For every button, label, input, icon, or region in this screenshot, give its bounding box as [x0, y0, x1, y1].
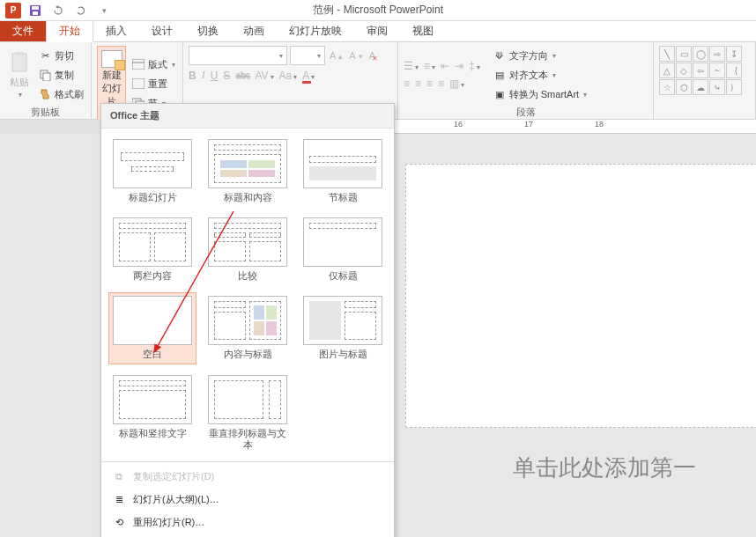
- numbering-button[interactable]: ≡▾: [424, 60, 435, 72]
- cut-button[interactable]: ✂剪切: [36, 46, 85, 65]
- align-text-label: 对齐文本: [509, 69, 548, 82]
- reuse-label: 重用幻灯片(R)…: [133, 516, 204, 529]
- layout-option-2[interactable]: 节标题: [299, 136, 387, 207]
- font-size-combo[interactable]: ▾: [290, 46, 325, 65]
- strike-button[interactable]: S: [223, 70, 230, 82]
- shape-curve-icon[interactable]: ～: [709, 63, 725, 78]
- columns-button[interactable]: ▥▾: [449, 77, 464, 90]
- svg-rect-9: [132, 78, 145, 89]
- save-icon[interactable]: [26, 2, 44, 19]
- shape-rect-icon[interactable]: ▭: [676, 46, 692, 62]
- layout-label: 标题和内容: [224, 192, 272, 203]
- layout-label: 标题和竖排文字: [119, 428, 187, 439]
- layout-option-0[interactable]: 标题幻灯片: [108, 136, 196, 207]
- layout-label: 仅标题: [329, 270, 358, 282]
- shape-line-icon[interactable]: ╲: [659, 46, 675, 62]
- cut-label: 剪切: [55, 49, 74, 63]
- shape-tri-icon[interactable]: △: [659, 63, 675, 78]
- ruler-mark: [546, 120, 582, 133]
- shape-arrow2-icon[interactable]: ⇦: [693, 63, 708, 78]
- duplicate-icon: ⧉: [112, 470, 126, 484]
- convert-smartart-button[interactable]: ▣转换为 SmartArt▾: [491, 85, 589, 104]
- shape-more-icon[interactable]: ↧: [726, 46, 742, 62]
- layout-option-8[interactable]: 图片与标题: [299, 292, 387, 364]
- grow-font-button[interactable]: A▴: [328, 46, 345, 65]
- layout-option-10[interactable]: 垂直排列标题与文本: [204, 371, 292, 454]
- shape-cloud-icon[interactable]: ☁: [693, 79, 708, 95]
- bold-button[interactable]: B: [189, 70, 196, 82]
- tab-home[interactable]: 开始: [46, 20, 93, 42]
- layout-button[interactable]: 版式▾: [130, 55, 177, 74]
- shape-star-icon[interactable]: ☆: [659, 79, 675, 95]
- brush-icon: [38, 87, 52, 101]
- qat-customize-icon[interactable]: ▾: [95, 2, 113, 19]
- shrink-font-button[interactable]: A▾: [347, 46, 364, 65]
- group-paragraph: ☰▾ ≡▾ ⇤ ⇥ ‡▾ ≡ ≡ ≡ ≡ ▥▾ ⟱文字方向▾ ▤对齐文本▾ ▣转…: [398, 42, 654, 119]
- tab-animations[interactable]: 动画: [231, 21, 277, 41]
- reuse-slides-button[interactable]: ⟲重用幻灯片(R)…: [101, 511, 394, 534]
- italic-button[interactable]: I: [202, 69, 205, 82]
- title-placeholder[interactable]: 单击此处添加第一: [513, 452, 696, 483]
- shape-oval-icon[interactable]: ◯: [693, 46, 708, 62]
- shape-conn-icon[interactable]: ⤷: [709, 79, 725, 95]
- duplicate-label: 复制选定幻灯片(D): [133, 470, 214, 483]
- layout-option-6[interactable]: 空白: [108, 292, 196, 364]
- underline-button[interactable]: U: [211, 70, 219, 82]
- format-painter-button[interactable]: 格式刷: [36, 85, 85, 104]
- undo-icon[interactable]: [49, 2, 67, 19]
- layout-option-4[interactable]: 比较: [204, 214, 292, 285]
- shape-hex-icon[interactable]: ⬡: [676, 79, 692, 95]
- align-text-icon: ▤: [493, 68, 507, 82]
- format-painter-label: 格式刷: [55, 88, 84, 101]
- slides-from-outline-button[interactable]: ≣幻灯片(从大纲)(L)…: [101, 489, 394, 511]
- layout-thumb: [303, 296, 382, 345]
- align-left-button[interactable]: ≡: [404, 77, 410, 90]
- tab-file[interactable]: 文件: [0, 21, 46, 41]
- layout-thumb: [208, 296, 287, 345]
- tab-design[interactable]: 设计: [139, 21, 185, 41]
- tab-transitions[interactable]: 切换: [185, 21, 231, 41]
- shapes-gallery[interactable]: ╲▭◯⇨↧ △◇⇦～｛ ☆⬡☁⤷）: [659, 46, 742, 105]
- layout-option-3[interactable]: 两栏内容: [108, 214, 196, 285]
- redo-icon[interactable]: [72, 2, 90, 19]
- layout-option-9[interactable]: 标题和竖排文字: [108, 371, 196, 454]
- paste-button[interactable]: 粘贴 ▾: [5, 46, 33, 104]
- layout-option-5[interactable]: 仅标题: [299, 214, 387, 285]
- line-spacing-button[interactable]: ‡▾: [469, 60, 480, 72]
- new-slide-icon: [101, 50, 122, 68]
- tab-insert[interactable]: 插入: [93, 21, 139, 41]
- font-color-button[interactable]: A▾: [302, 70, 315, 82]
- svg-rect-6: [43, 73, 50, 81]
- svg-rect-1: [32, 6, 39, 10]
- justify-button[interactable]: ≡: [438, 77, 444, 90]
- case-button[interactable]: Aa▾: [279, 70, 298, 82]
- app-icon: P: [5, 3, 21, 18]
- increase-indent-button[interactable]: ⇥: [455, 60, 463, 72]
- shape-diamond-icon[interactable]: ◇: [676, 63, 692, 78]
- copy-button[interactable]: 复制: [36, 65, 85, 85]
- tab-review[interactable]: 审阅: [354, 21, 400, 41]
- shape-paren-icon[interactable]: ）: [726, 79, 742, 95]
- font-name-combo[interactable]: ▾: [189, 46, 287, 65]
- layout-option-7[interactable]: 内容与标题: [204, 292, 292, 364]
- spacing-button[interactable]: AV▾: [255, 70, 273, 82]
- text-direction-button[interactable]: ⟱文字方向▾: [491, 46, 589, 65]
- tab-slideshow[interactable]: 幻灯片放映: [277, 21, 354, 41]
- bullets-button[interactable]: ☰▾: [404, 60, 419, 72]
- align-right-button[interactable]: ≡: [426, 77, 433, 90]
- text-direction-icon: ⟱: [493, 48, 507, 63]
- copy-label: 复制: [55, 69, 74, 82]
- decrease-indent-button[interactable]: ⇤: [441, 60, 449, 72]
- shape-arrow-icon[interactable]: ⇨: [709, 46, 725, 62]
- tab-view[interactable]: 视图: [400, 21, 446, 41]
- reset-button[interactable]: 重置: [130, 74, 177, 93]
- layout-grid: 标题幻灯片标题和内容节标题两栏内容比较仅标题空白内容与标题图片与标题标题和竖排文…: [101, 129, 394, 461]
- layout-label: 标题幻灯片: [129, 192, 177, 203]
- align-text-button[interactable]: ▤对齐文本▾: [491, 65, 589, 85]
- shape-brace-icon[interactable]: ｛: [726, 63, 742, 78]
- clear-format-button[interactable]: A✕: [367, 46, 377, 65]
- slide-canvas[interactable]: [405, 164, 756, 428]
- align-center-button[interactable]: ≡: [415, 77, 421, 90]
- layout-option-1[interactable]: 标题和内容: [204, 136, 292, 207]
- shadow-button[interactable]: abc: [235, 70, 249, 80]
